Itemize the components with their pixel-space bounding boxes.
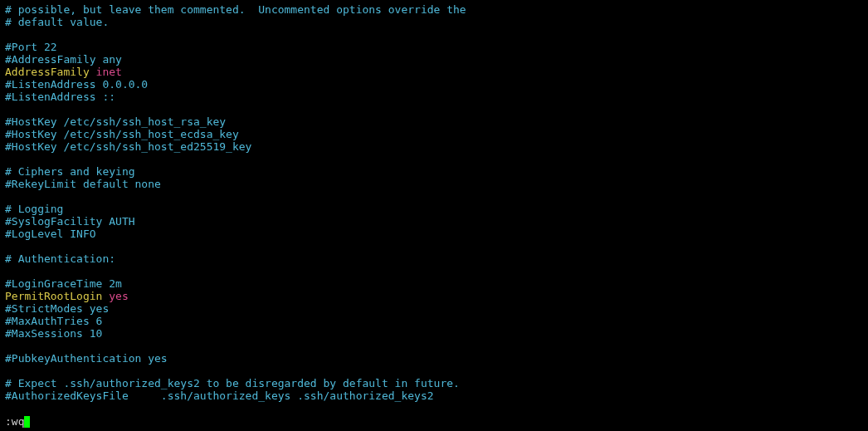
comment-text: #StrictModes yes	[5, 302, 109, 315]
code-line: #HostKey /etc/ssh/ssh_host_rsa_key	[5, 115, 863, 128]
code-line: # Logging	[5, 203, 863, 215]
code-line	[5, 153, 863, 165]
code-line	[5, 28, 863, 41]
code-line	[5, 265, 863, 277]
comment-text: #MaxAuthTries 6	[5, 315, 102, 327]
code-line: # Authentication:	[5, 252, 863, 265]
comment-text: # Logging	[5, 203, 63, 215]
code-line: AddressFamily inet	[5, 66, 863, 78]
vim-editor[interactable]: # possible, but leave them commented. Un…	[5, 3, 863, 428]
comment-text: #RekeyLimit default none	[5, 178, 161, 190]
comment-text: #ListenAddress ::	[5, 91, 115, 103]
code-line: #ListenAddress 0.0.0.0	[5, 78, 863, 91]
code-line	[5, 103, 863, 115]
comment-text: #AuthorizedKeysFile .ssh/authorized_keys…	[5, 389, 434, 402]
code-line	[5, 365, 863, 377]
code-line: #ListenAddress ::	[5, 91, 863, 103]
code-line: #AddressFamily any	[5, 53, 863, 66]
code-line: #MaxAuthTries 6	[5, 315, 863, 327]
config-key: AddressFamily	[5, 66, 90, 78]
comment-text: #AddressFamily any	[5, 53, 122, 66]
code-line: # default value.	[5, 16, 863, 28]
code-line	[5, 340, 863, 352]
code-line: #RekeyLimit default none	[5, 178, 863, 190]
comment-text: #LogLevel INFO	[5, 228, 96, 240]
file-buffer: # possible, but leave them commented. Un…	[5, 3, 863, 402]
comment-text: #HostKey /etc/ssh/ssh_host_ed25519_key	[5, 140, 251, 153]
comment-text: #HostKey /etc/ssh/ssh_host_ecdsa_key	[5, 128, 239, 140]
comment-text: #SyslogFacility AUTH	[5, 215, 135, 228]
comment-text: # Authentication:	[5, 252, 115, 265]
comment-text: # Ciphers and keying	[5, 165, 135, 178]
code-line: # Expect .ssh/authorized_keys2 to be dis…	[5, 377, 863, 389]
comment-text: #PubkeyAuthentication yes	[5, 352, 168, 365]
comment-text: #ListenAddress 0.0.0.0	[5, 78, 148, 91]
code-line: #AuthorizedKeysFile .ssh/authorized_keys…	[5, 389, 863, 402]
comment-text: # possible, but leave them commented. Un…	[5, 3, 466, 16]
code-line: # Ciphers and keying	[5, 165, 863, 178]
code-line: #LogLevel INFO	[5, 228, 863, 240]
code-line: #StrictModes yes	[5, 302, 863, 315]
comment-text: #LoginGraceTime 2m	[5, 277, 122, 290]
vim-command-line[interactable]: :wq	[5, 415, 30, 428]
comment-text: # default value.	[5, 16, 109, 28]
code-line: #HostKey /etc/ssh/ssh_host_ed25519_key	[5, 140, 863, 153]
code-line: # possible, but leave them commented. Un…	[5, 3, 863, 16]
config-key: PermitRootLogin	[5, 290, 102, 302]
code-line	[5, 240, 863, 252]
comment-text: #HostKey /etc/ssh/ssh_host_rsa_key	[5, 115, 226, 128]
config-value: inet	[96, 66, 122, 78]
comment-text: #Port 22	[5, 41, 57, 53]
code-line: #SyslogFacility AUTH	[5, 215, 863, 228]
code-line: #PubkeyAuthentication yes	[5, 352, 863, 365]
config-value: yes	[109, 290, 128, 302]
code-line: #Port 22	[5, 41, 863, 53]
comment-text: #MaxSessions 10	[5, 327, 102, 340]
code-line: PermitRootLogin yes	[5, 290, 863, 302]
code-line: #HostKey /etc/ssh/ssh_host_ecdsa_key	[5, 128, 863, 140]
code-line: #MaxSessions 10	[5, 327, 863, 340]
comment-text: # Expect .ssh/authorized_keys2 to be dis…	[5, 377, 460, 389]
code-line: #LoginGraceTime 2m	[5, 277, 863, 290]
command-text: :wq	[5, 415, 24, 428]
cursor-block	[24, 416, 30, 428]
code-line	[5, 190, 863, 203]
